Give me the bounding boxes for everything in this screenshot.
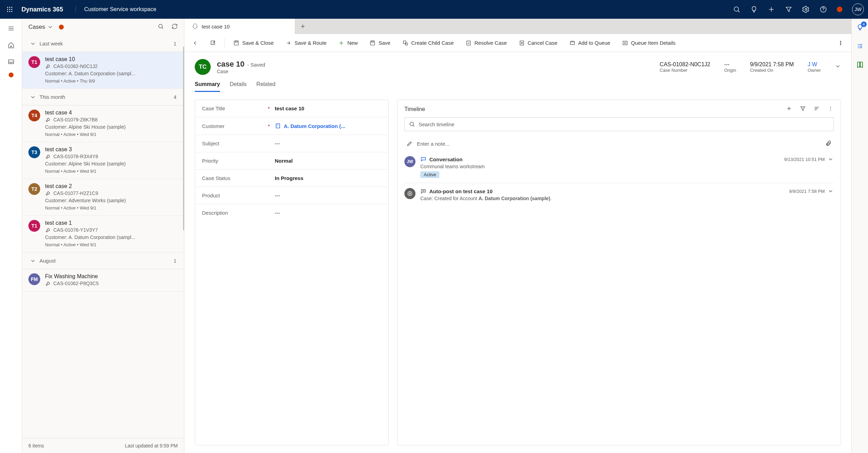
save-close-button[interactable]: Save & Close xyxy=(230,38,277,48)
app-launcher-icon[interactable] xyxy=(4,4,15,15)
help-icon[interactable] xyxy=(819,6,827,13)
tab-details[interactable]: Details xyxy=(230,81,247,92)
svg-line-10 xyxy=(738,11,740,12)
svg-line-20 xyxy=(162,27,163,29)
svg-point-42 xyxy=(840,42,841,43)
header-expand-icon[interactable] xyxy=(835,63,841,71)
svg-point-59 xyxy=(423,191,423,191)
more-commands-button[interactable] xyxy=(834,38,847,48)
field-case-title[interactable]: test case 10 xyxy=(275,105,304,111)
plus-icon[interactable] xyxy=(768,6,775,13)
svg-point-1 xyxy=(9,7,10,8)
queue-details-button[interactable]: Queue Item Details xyxy=(619,38,679,48)
group-header[interactable]: August1 xyxy=(22,253,184,269)
record-entity: Case xyxy=(217,69,265,74)
timeline-item[interactable]: Auto-post on test case 109/9/2021 7:58 P… xyxy=(404,183,834,206)
brand-label: Dynamics 365 xyxy=(21,6,63,13)
open-new-window-button[interactable] xyxy=(207,38,220,48)
timeline-search-input[interactable]: Search timeline xyxy=(404,117,834,131)
svg-point-15 xyxy=(823,11,823,11)
presence-dot-icon xyxy=(837,7,842,12)
case-number-value: CAS-01082-N0C1J2 xyxy=(660,61,710,68)
attach-icon[interactable] xyxy=(825,140,832,147)
smart-assist-badge: 4 xyxy=(861,22,867,27)
app-name-label: Customer Service workspace xyxy=(76,6,156,12)
svg-rect-24 xyxy=(234,41,238,45)
save-route-button[interactable]: Save & Route xyxy=(282,38,330,48)
tab-label: test case 10 xyxy=(202,24,230,29)
field-priority[interactable]: Normal xyxy=(275,158,293,164)
list-title[interactable]: Cases xyxy=(28,24,64,31)
session-tab[interactable]: test case 10 xyxy=(184,19,295,34)
timeline-item[interactable]: JW Conversation9/13/2021 10:51 PM Commun… xyxy=(404,151,834,183)
svg-point-4 xyxy=(9,9,10,10)
svg-rect-25 xyxy=(235,41,237,42)
svg-point-52 xyxy=(830,106,831,107)
last-updated: Last updated at 9:59 PM xyxy=(125,443,178,448)
svg-point-9 xyxy=(734,7,739,11)
unread-dot-icon xyxy=(59,25,64,29)
svg-rect-44 xyxy=(276,124,280,128)
session-dot-icon[interactable] xyxy=(6,70,16,80)
refresh-icon[interactable] xyxy=(172,23,178,31)
saved-indicator: - Saved xyxy=(247,62,265,68)
search-icon[interactable] xyxy=(733,6,740,13)
svg-point-2 xyxy=(11,7,12,8)
timeline-note-input[interactable]: Enter a note... xyxy=(404,136,834,151)
field-customer[interactable]: A. Datum Corporation (... xyxy=(275,123,345,129)
smart-assist-icon[interactable]: 4 xyxy=(856,24,864,33)
knowledge-icon[interactable] xyxy=(856,61,864,70)
svg-point-5 xyxy=(11,9,12,10)
create-child-button[interactable]: Create Child Case xyxy=(399,38,457,48)
timeline-filter-icon[interactable] xyxy=(800,105,806,113)
cancel-case-button[interactable]: Cancel Case xyxy=(515,38,561,48)
add-tab-button[interactable] xyxy=(295,19,310,34)
field-case-status[interactable]: In Progress xyxy=(275,175,304,181)
svg-point-8 xyxy=(11,11,12,12)
svg-point-53 xyxy=(830,108,831,109)
user-avatar[interactable]: JW xyxy=(852,3,864,15)
inbox-icon[interactable] xyxy=(6,57,16,67)
svg-rect-36 xyxy=(570,42,575,45)
field-description[interactable]: --- xyxy=(275,210,280,216)
timeline-sort-icon[interactable] xyxy=(814,105,820,113)
back-button[interactable] xyxy=(188,38,202,48)
case-list-item[interactable]: T1test case 1 CAS-01076-Y1V3Y7Customer: … xyxy=(22,216,184,253)
timeline-add-icon[interactable] xyxy=(786,105,792,113)
tab-related[interactable]: Related xyxy=(256,81,275,92)
svg-rect-31 xyxy=(405,43,407,45)
svg-point-0 xyxy=(7,7,8,8)
tab-summary[interactable]: Summary xyxy=(195,81,220,92)
add-queue-button[interactable]: Add to Queue xyxy=(566,38,614,48)
field-product[interactable]: --- xyxy=(275,193,280,198)
svg-point-57 xyxy=(408,191,412,196)
svg-rect-23 xyxy=(211,41,215,45)
new-button[interactable]: New xyxy=(335,38,361,48)
case-list-item[interactable]: T4test case 4 CAS-01079-Z8K7B8Customer: … xyxy=(22,105,184,142)
field-subject[interactable]: --- xyxy=(275,140,280,146)
svg-rect-38 xyxy=(623,41,627,45)
svg-point-3 xyxy=(7,9,8,10)
nav-toggle-icon[interactable] xyxy=(6,24,16,33)
resolve-case-button[interactable]: Resolve Case xyxy=(462,38,510,48)
case-list-item[interactable]: T2test case 2 CAS-01077-H2Z1C9Customer: … xyxy=(22,179,184,216)
svg-point-55 xyxy=(410,122,414,126)
svg-point-60 xyxy=(424,191,424,191)
svg-point-43 xyxy=(840,44,841,45)
list-search-icon[interactable] xyxy=(158,23,164,31)
case-list-item[interactable]: FMFix Washing Machine CAS-01062-P8Q3C5 xyxy=(22,269,184,292)
svg-point-58 xyxy=(409,193,411,194)
agent-script-icon[interactable] xyxy=(856,42,864,51)
group-header[interactable]: This month4 xyxy=(22,89,184,105)
owner-value[interactable]: J W xyxy=(808,61,821,68)
timeline-more-icon[interactable] xyxy=(827,105,834,113)
lightbulb-icon[interactable] xyxy=(750,6,758,13)
case-list-item[interactable]: T3test case 3 CAS-01078-R3X4Y8Customer: … xyxy=(22,142,184,179)
save-button[interactable]: Save xyxy=(366,38,394,48)
case-list-item[interactable]: T1test case 10 CAS-01082-N0C1J2Customer:… xyxy=(22,52,184,89)
group-header[interactable]: Last week1 xyxy=(22,35,184,52)
home-icon[interactable] xyxy=(6,40,16,50)
svg-point-41 xyxy=(840,41,841,42)
gear-icon[interactable] xyxy=(802,6,810,13)
filter-icon[interactable] xyxy=(785,6,792,13)
